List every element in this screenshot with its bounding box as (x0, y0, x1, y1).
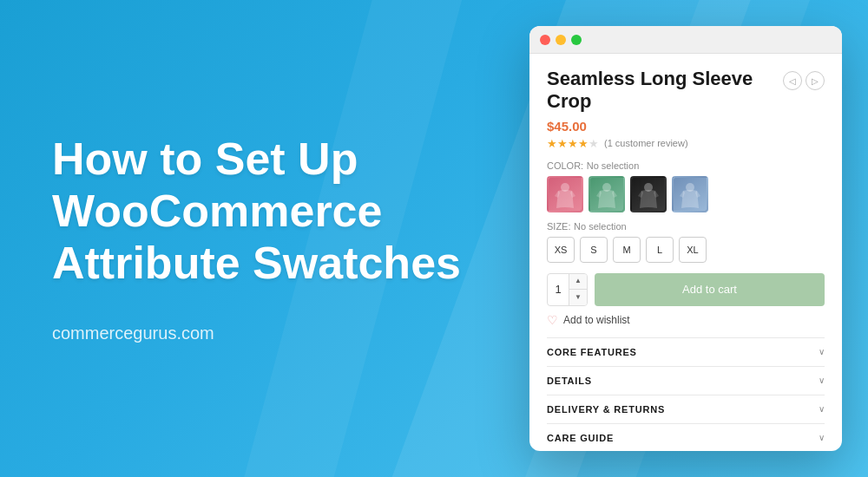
accordion-core-features[interactable]: CORE FEATURES ∨ (547, 337, 825, 366)
add-to-cart-row: 1 ▲ ▼ Add to cart (547, 273, 825, 306)
clothing-icon-pink (553, 179, 577, 210)
product-price: $45.00 (547, 119, 825, 134)
nav-arrows: ◁ ▷ (783, 71, 825, 90)
product-title: Seamless Long Sleeve Crop (547, 68, 773, 114)
color-swatch-pink[interactable] (547, 176, 583, 212)
color-section: COLOR: No selection (547, 160, 825, 212)
star-rating: ★★★★★ (547, 137, 599, 150)
traffic-light-red[interactable] (540, 35, 550, 45)
chevron-down-icon-1: ∨ (819, 347, 825, 356)
size-section: SIZE: No selection XS S M L XL (547, 221, 825, 263)
chevron-down-icon-3: ∨ (819, 404, 825, 414)
product-header: Seamless Long Sleeve Crop ◁ ▷ (547, 68, 825, 114)
size-no-selection: No selection (574, 221, 627, 232)
color-swatch-blue[interactable] (672, 176, 708, 212)
quantity-control: 1 ▲ ▼ (547, 273, 588, 306)
swatch-inner-green (590, 178, 623, 211)
size-s[interactable]: S (580, 237, 608, 263)
left-content: How to Set Up WooCommerce Attribute Swat… (52, 134, 469, 343)
color-label: COLOR: No selection (547, 160, 825, 171)
quantity-down[interactable]: ▼ (569, 290, 587, 305)
browser-window: Seamless Long Sleeve Crop ◁ ▷ $45.00 ★★★… (529, 26, 842, 451)
color-swatches (547, 176, 825, 212)
prev-arrow[interactable]: ◁ (783, 71, 802, 90)
accordion-label-details: DETAILS (547, 376, 592, 386)
main-title: How to Set Up WooCommerce Attribute Swat… (52, 134, 469, 289)
browser-content: Seamless Long Sleeve Crop ◁ ▷ $45.00 ★★★… (529, 54, 842, 451)
clothing-icon-dark (636, 179, 661, 210)
browser-titlebar (529, 26, 842, 54)
review-count: (1 customer review) (604, 138, 688, 148)
size-label: SIZE: No selection (547, 221, 825, 232)
size-xl[interactable]: XL (679, 237, 707, 263)
color-swatch-dark[interactable] (630, 176, 667, 212)
size-l[interactable]: L (646, 237, 674, 263)
domain-text: commercegurus.com (52, 323, 469, 343)
quantity-up[interactable]: ▲ (569, 274, 587, 290)
accordion-label-delivery: DELIVERY & RETURNS (547, 404, 665, 415)
chevron-down-icon-2: ∨ (819, 376, 825, 385)
size-m[interactable]: M (613, 237, 641, 263)
heart-icon: ♡ (547, 313, 558, 327)
accordion-details[interactable]: DETAILS ∨ (547, 366, 825, 395)
accordion-label-core-features: CORE FEATURES (547, 347, 637, 357)
swatch-inner-blue (674, 178, 707, 211)
chevron-down-icon-4: ∨ (819, 433, 825, 442)
clothing-icon-blue (678, 179, 702, 210)
accordion-care-guide[interactable]: CARE GUIDE ∨ (547, 423, 825, 451)
size-xs[interactable]: XS (547, 237, 575, 263)
accordion: CORE FEATURES ∨ DETAILS ∨ DELIVERY & RET… (547, 337, 825, 451)
accordion-label-care: CARE GUIDE (547, 433, 614, 443)
accordion-delivery[interactable]: DELIVERY & RETURNS ∨ (547, 395, 825, 423)
size-swatches: XS S M L XL (547, 237, 825, 263)
color-swatch-green[interactable] (589, 176, 625, 212)
traffic-light-yellow[interactable] (556, 35, 566, 45)
swatch-inner-dark (632, 178, 665, 211)
quantity-value: 1 (548, 283, 569, 296)
clothing-icon-green (595, 179, 619, 210)
color-no-selection: No selection (587, 160, 640, 171)
quantity-arrows: ▲ ▼ (569, 274, 587, 305)
wishlist-row: ♡ Add to wishlist (547, 313, 825, 327)
product-rating: ★★★★★ (1 customer review) (547, 137, 825, 150)
traffic-light-green[interactable] (571, 35, 582, 45)
next-arrow[interactable]: ▷ (806, 71, 825, 90)
add-to-cart-button[interactable]: Add to cart (595, 273, 825, 306)
swatch-inner-pink (549, 178, 582, 211)
wishlist-link[interactable]: Add to wishlist (563, 314, 630, 326)
background: How to Set Up WooCommerce Attribute Swat… (0, 0, 868, 477)
